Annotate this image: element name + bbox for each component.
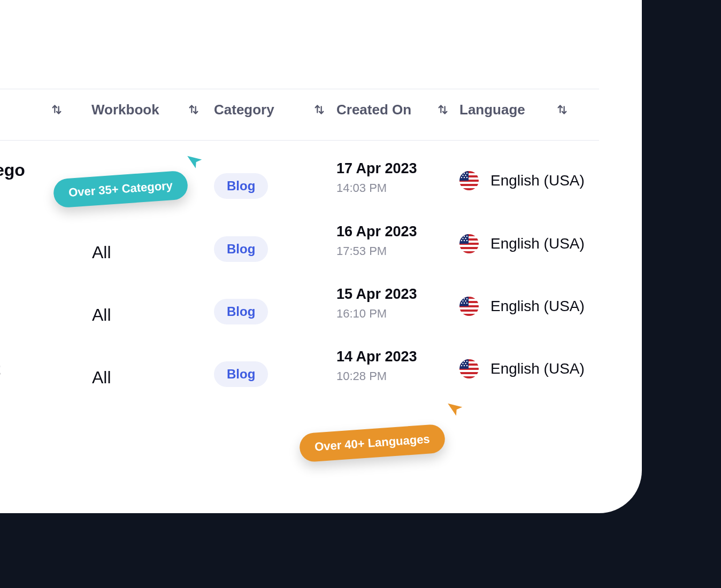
svg-point-12 [461,177,462,178]
svg-rect-19 [459,247,479,249]
svg-point-27 [461,240,462,241]
created-cell: 16 Apr 2023 17:53 PM [336,223,417,258]
svg-rect-4 [459,184,479,186]
category-cell: Blog [214,236,268,262]
svg-rect-35 [459,314,479,316]
svg-rect-20 [459,251,479,253]
sort-icon[interactable] [555,102,570,117]
callout-category: Over 35+ Category [53,175,188,204]
language-cell: English (USA) [459,234,585,253]
created-date: 15 Apr 2023 [336,286,417,303]
column-header-category[interactable]: Category [214,102,327,118]
column-label: Workbook [91,102,159,118]
svg-point-10 [462,175,463,176]
svg-rect-6 [459,171,469,181]
language-text: English (USA) [490,298,585,315]
svg-point-58 [464,365,465,366]
column-label: Category [214,102,274,118]
created-cell: 17 Apr 2023 14:03 PM [336,160,417,195]
category-badge[interactable]: Blog [214,236,268,262]
svg-rect-21 [459,234,469,244]
top-divider [0,89,599,89]
svg-point-13 [464,177,465,178]
app-window: Workbook Category Created On [0,0,642,513]
svg-point-43 [464,303,465,304]
svg-point-40 [462,300,463,301]
svg-point-22 [461,236,462,237]
language-text: English (USA) [490,360,585,377]
svg-point-38 [464,298,465,299]
created-time: 14:03 PM [336,181,417,195]
svg-point-39 [466,298,467,299]
callout-languages: Over 40+ Languages [300,429,445,458]
workbook-cell: All [92,368,111,388]
svg-point-25 [462,238,463,239]
svg-rect-36 [459,297,469,306]
created-date: 17 Apr 2023 [336,160,417,177]
callout-label: Over 40+ Languages [298,424,446,463]
category-badge[interactable]: Blog [214,299,268,324]
svg-point-8 [464,173,465,174]
svg-rect-34 [459,310,479,312]
sort-icon[interactable] [435,102,450,117]
svg-point-55 [462,363,463,364]
created-date: 14 Apr 2023 [336,349,417,365]
cursor-icon [186,152,204,173]
svg-point-44 [466,303,467,304]
svg-point-59 [466,365,467,366]
svg-point-26 [465,238,466,239]
category-badge[interactable]: Blog [214,173,268,199]
category-badge[interactable]: Blog [214,361,268,387]
cursor-icon [447,400,465,420]
svg-point-14 [466,177,467,178]
svg-point-42 [461,303,462,304]
created-date: 16 Apr 2023 [336,223,417,240]
flag-us-icon [459,234,479,253]
svg-point-28 [464,240,465,241]
created-time: 17:53 PM [336,244,417,258]
svg-point-23 [464,236,465,237]
flag-us-icon [459,359,479,378]
svg-point-53 [464,361,465,362]
svg-point-7 [461,173,462,174]
workbook-cell: All [92,305,111,325]
row-partial-text: t [0,359,1,379]
header-divider [0,140,599,141]
created-cell: 15 Apr 2023 16:10 PM [336,286,417,321]
svg-point-56 [465,363,466,364]
created-time: 16:10 PM [336,307,417,321]
svg-point-9 [466,173,467,174]
sort-icon[interactable] [49,102,64,117]
svg-point-29 [466,240,467,241]
svg-rect-50 [459,376,479,378]
created-time: 10:28 PM [336,369,417,383]
svg-point-57 [461,365,462,366]
column-label: Language [459,102,525,118]
svg-point-54 [466,361,467,362]
callout-label: Over 35+ Category [52,170,188,208]
flag-us-icon [459,297,479,316]
column-header-workbook[interactable]: Workbook [91,102,201,118]
svg-point-11 [465,175,466,176]
flag-us-icon [459,171,479,190]
category-cell: Blog [214,299,268,324]
category-cell: Blog [214,361,268,387]
row-partial-text: ego [0,160,25,180]
column-label: Created On [336,102,411,118]
category-cell: Blog [214,173,268,199]
svg-point-37 [461,298,462,299]
language-text: English (USA) [490,172,585,189]
language-cell: English (USA) [459,297,585,316]
sort-icon[interactable] [186,102,201,117]
language-text: English (USA) [490,235,585,252]
language-cell: English (USA) [459,359,585,378]
column-header-language[interactable]: Language [459,102,570,118]
created-cell: 14 Apr 2023 10:28 PM [336,349,417,383]
svg-rect-49 [459,372,479,374]
language-cell: English (USA) [459,171,585,190]
svg-point-24 [466,236,467,237]
workbook-cell: All [92,243,111,262]
svg-rect-51 [459,359,469,369]
column-header-created-on[interactable]: Created On [336,102,450,118]
sort-icon[interactable] [312,102,327,117]
